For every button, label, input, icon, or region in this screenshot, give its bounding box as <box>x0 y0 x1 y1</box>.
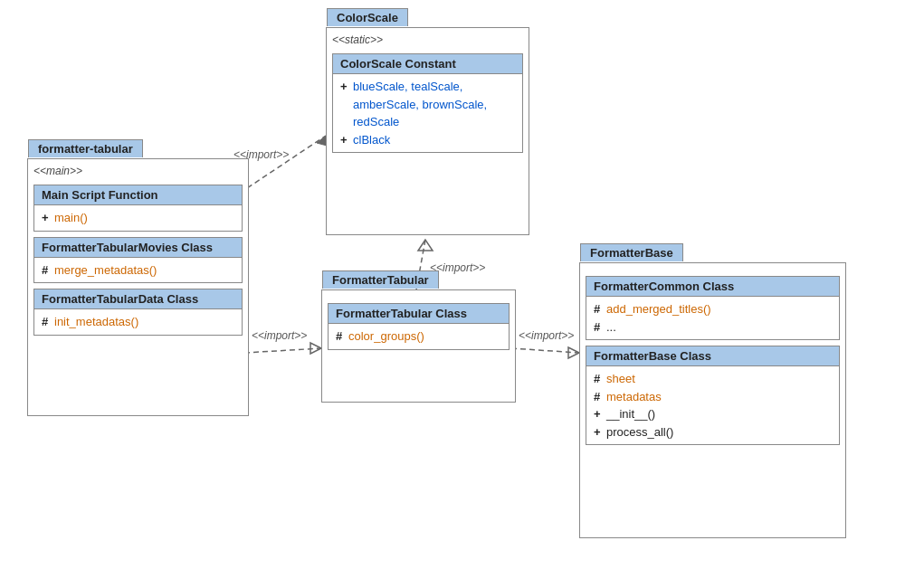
name-colorscales: blueScale, tealScale,amberScale, brownSc… <box>353 78 487 131</box>
inner-box-formatterbase-class: FormatterBase Class # sheet # metadatas … <box>586 346 840 445</box>
name-init-fb: __init__() <box>606 405 655 423</box>
inner-box-data: FormatterTabularData Class # init_metada… <box>33 289 243 336</box>
inner-box-data-title: FormatterTabularData Class <box>34 289 242 309</box>
member-init-fb: + __init__() <box>594 405 832 423</box>
member-sheet: # sheet <box>594 370 832 388</box>
vis-hash2: # <box>42 313 51 331</box>
member-main: + main() <box>42 209 234 227</box>
vis-hash-fb2: # <box>594 388 603 406</box>
package-colorscale: ColorScale <<static>> ColorScale Constan… <box>326 27 529 235</box>
section-colorscale-members: + blueScale, tealScale,amberScale, brown… <box>333 74 522 152</box>
member-colorgroups: # color_groups() <box>336 327 501 346</box>
vis-plus-fb: + <box>594 405 603 423</box>
name-clblack: clBlack <box>353 131 390 149</box>
section-formatterbase-class: # sheet # metadatas + __init__() + proce… <box>586 366 839 444</box>
package-colorscale-tab: ColorScale <box>327 8 408 26</box>
name-sheet: sheet <box>606 370 635 388</box>
member-processall: + process_all() <box>594 423 832 441</box>
member-clblack: + clBlack <box>340 131 515 149</box>
stereotype-main: <<main>> <box>33 165 243 177</box>
inner-box-formattercommon-title: FormatterCommon Class <box>586 277 839 297</box>
inner-box-main-script: Main Script Function + main() <box>33 185 243 232</box>
package-formattertabular-mid: FormatterTabular FormatterTabular Class … <box>321 289 516 403</box>
section-movies: # merge_metadatas() <box>34 258 242 283</box>
import4-label: <<import>> <box>519 329 574 342</box>
inner-box-colorscale-title: ColorScale Constant <box>333 54 522 74</box>
member-init: # init_metadatas() <box>42 313 234 331</box>
package-formatterbase-tab: FormatterBase <box>580 243 683 261</box>
name-colorgroups: color_groups() <box>348 327 424 346</box>
inner-box-movies: FormatterTabularMovies Class # merge_met… <box>33 237 243 284</box>
inner-box-main-script-title: Main Script Function <box>34 185 242 205</box>
section-main: + main() <box>34 205 242 231</box>
vis-plus-fb2: + <box>594 423 603 441</box>
vis-hash-fb: # <box>594 370 603 388</box>
stereotype-static: <<static>> <box>332 33 523 46</box>
inner-box-formattercommon: FormatterCommon Class # add_merged_title… <box>586 276 840 340</box>
svg-marker-7 <box>568 347 579 358</box>
name-main: main() <box>54 209 88 227</box>
inner-box-formatterbase-class-title: FormatterBase Class <box>586 346 839 366</box>
import2-label: <<import>> <box>252 329 307 342</box>
name-dots: ... <box>606 318 616 337</box>
package-formatter-tabular-tab: formatter-tabular <box>28 139 143 157</box>
inner-box-formattertabular-title: FormatterTabular Class <box>329 304 509 324</box>
svg-marker-3 <box>310 343 321 354</box>
inner-box-colorscale-constant: ColorScale Constant + blueScale, tealSca… <box>332 53 523 153</box>
name-processall: process_all() <box>606 423 673 441</box>
svg-marker-5 <box>418 240 433 251</box>
inner-box-movies-title: FormatterTabularMovies Class <box>34 238 242 258</box>
package-formattertabular-mid-tab: FormatterTabular <box>322 270 439 289</box>
section-formattercommon: # add_merged_titles() # ... <box>586 297 839 339</box>
package-formatterbase: FormatterBase FormatterCommon Class # ad… <box>579 262 846 538</box>
vis-hash-fc: # <box>594 300 603 318</box>
name-init: init_metadatas() <box>54 313 138 331</box>
member-merge: # merge_metadatas() <box>42 261 234 280</box>
member-addmerged: # add_merged_titles() <box>594 300 832 318</box>
vis-hash-fc2: # <box>594 318 603 337</box>
member-metadatas: # metadatas <box>594 388 832 406</box>
member-dots: # ... <box>594 318 832 337</box>
svg-line-2 <box>244 348 321 353</box>
section-data: # init_metadatas() <box>34 309 242 335</box>
section-formattertabular: # color_groups() <box>329 324 509 349</box>
vis-plus-cs: + <box>340 78 349 96</box>
diagram-container: <<import>> <<import>> <<import>> <<impor… <box>0 0 905 588</box>
vis-hash: # <box>42 261 51 280</box>
member-colorscales: + blueScale, tealScale,amberScale, brown… <box>340 78 515 131</box>
vis-hash-ft: # <box>336 327 345 346</box>
name-merge: merge_metadatas() <box>54 261 157 280</box>
inner-box-formattertabular: FormatterTabular Class # color_groups() <box>328 303 510 350</box>
vis-plus: + <box>42 209 51 227</box>
vis-plus-cl: + <box>340 131 349 149</box>
name-metadatas: metadatas <box>606 388 662 406</box>
package-formatter-tabular: formatter-tabular <<main>> Main Script F… <box>27 158 249 416</box>
svg-line-6 <box>511 348 579 353</box>
name-addmerged: add_merged_titles() <box>606 300 711 318</box>
